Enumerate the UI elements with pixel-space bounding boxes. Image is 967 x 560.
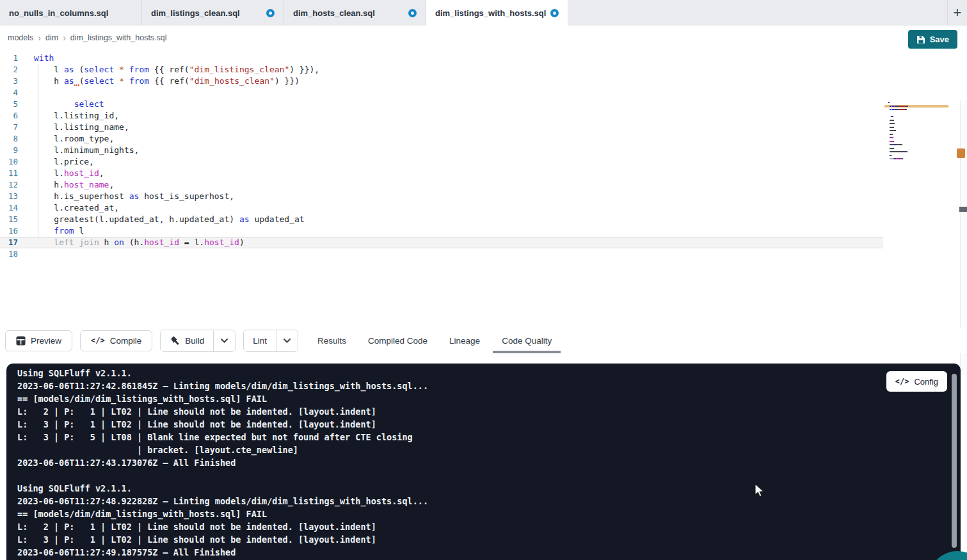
code-text: with [34, 52, 54, 64]
code-text: l.created_at, [34, 202, 119, 214]
code-line[interactable]: 18 [0, 248, 883, 260]
line-number: 8 [0, 133, 18, 145]
breadcrumb-item[interactable]: models [8, 33, 33, 42]
line-number: 13 [0, 191, 18, 202]
new-tab-button[interactable]: + [947, 0, 967, 26]
scrollbar-warning-marker [957, 148, 965, 158]
file-tab[interactable]: dim_hosts_clean.sql [284, 0, 426, 26]
code-line[interactable]: 5 select [0, 99, 883, 110]
terminal-line: L: 2 | P: 1 | LT02 | Line should not be … [17, 405, 935, 418]
preview-button[interactable]: Preview [5, 330, 72, 351]
preview-button-label: Preview [31, 336, 61, 346]
code-text: select [34, 99, 104, 110]
minimap-line [888, 123, 895, 124]
terminal-line: 2023-06-06T11:27:42.861845Z — Linting mo… [17, 380, 935, 392]
code-line[interactable]: 1with [0, 52, 883, 64]
ide-window: no_nulls_in_columns.sqldim_listings_clea… [0, 0, 967, 560]
file-tab-label: no_nulls_in_columns.sql [9, 8, 108, 18]
code-line[interactable]: 6 l.listing_id, [0, 110, 883, 122]
code-line[interactable]: 2 l as (select * from {{ ref("dim_listin… [0, 64, 883, 76]
file-tab[interactable]: no_nulls_in_columns.sql [0, 0, 142, 26]
code-line[interactable]: 14 l.created_at, [0, 202, 883, 214]
chevron-down-icon [221, 339, 228, 343]
code-line[interactable]: 8 l.room_type, [0, 133, 883, 145]
code-line[interactable]: 12 h.host_name, [0, 179, 883, 191]
code-line[interactable]: 13 h.is_superhost as host_is_superhost, [0, 191, 883, 202]
save-button[interactable]: Save [908, 30, 957, 49]
compile-button[interactable]: </> Compile [80, 330, 152, 351]
file-tab-label: dim_listings_clean.sql [151, 8, 240, 18]
minimap-line [888, 102, 890, 103]
panel-tab-results[interactable]: Results [316, 328, 348, 353]
editor-scrollbar-handle[interactable] [959, 207, 967, 212]
code-text: l.minimum_nights, [34, 145, 139, 156]
panel-tab-compiled-code[interactable]: Compiled Code [367, 328, 429, 353]
code-text: h.host_name, [34, 179, 114, 191]
code-line[interactable]: 15 greatest(l.updated_at, h.updated_at) … [0, 214, 883, 225]
minimap-line [888, 106, 908, 107]
panel-tab-bar: ResultsCompiled CodeLineageCode Quality [316, 328, 553, 353]
line-number: 18 [0, 248, 18, 260]
panel-tab-code-quality[interactable]: Code Quality [500, 328, 553, 353]
minimap[interactable] [888, 102, 938, 179]
unsaved-changes-icon[interactable] [408, 9, 417, 17]
chevron-right-icon: › [38, 33, 41, 43]
code-line[interactable]: 10 l.price, [0, 156, 883, 168]
code-line[interactable]: 11 l.host_id, [0, 168, 883, 179]
minimap-line [888, 148, 894, 149]
minimap-line [888, 137, 893, 138]
file-tab-label: dim_listings_with_hosts.sql [435, 8, 546, 18]
breadcrumb-row: models›dim›dim_listings_with_hosts.sql S… [0, 26, 967, 50]
unsaved-changes-icon[interactable] [266, 9, 275, 17]
minimap-line [888, 144, 902, 145]
config-button[interactable]: </> Config [886, 371, 947, 392]
file-tab-label: dim_hosts_clean.sql [293, 8, 375, 18]
code-text: l.host_id, [34, 168, 104, 179]
panel-tab-lineage[interactable]: Lineage [448, 328, 481, 353]
save-icon [916, 35, 925, 44]
file-tab[interactable]: dim_listings_clean.sql [142, 0, 284, 26]
lint-dropdown-button[interactable] [276, 330, 298, 351]
chevron-down-icon [284, 339, 291, 343]
save-button-label: Save [930, 35, 949, 44]
minimap-line [888, 151, 907, 152]
terminal-line: L: 3 | P: 1 | LT02 | Line should not be … [17, 418, 935, 431]
line-number: 14 [0, 202, 18, 214]
code-text: left join h on (h.host_id = l.host_id) [34, 237, 244, 248]
file-tab[interactable]: dim_listings_with_hosts.sql [426, 0, 568, 26]
terminal-line: L: 3 | P: 5 | LT08 | Blank line expected… [17, 431, 935, 444]
breadcrumb-item[interactable]: dim_listings_with_hosts.sql [70, 33, 167, 42]
terminal-scrollbar[interactable] [952, 374, 957, 548]
lint-button-group: Lint [243, 330, 298, 352]
build-dropdown-button[interactable] [213, 330, 235, 351]
file-tab-bar: no_nulls_in_columns.sqldim_listings_clea… [0, 0, 967, 26]
line-number: 10 [0, 156, 18, 168]
unsaved-changes-icon[interactable] [550, 9, 559, 17]
lint-button-label: Lint [253, 336, 267, 346]
line-number: 1 [0, 52, 18, 64]
code-line[interactable]: 17 left join h on (h.host_id = l.host_id… [0, 237, 883, 248]
code-line[interactable]: 3 h as (select * from {{ ref("dim_hosts_… [0, 76, 883, 87]
terminal-panel[interactable]: Using SQLFluff v2.1.1.2023-06-06T11:27:4… [6, 364, 961, 560]
code-text: l.listing_name, [34, 122, 129, 133]
breadcrumb-item[interactable]: dim [45, 33, 58, 42]
build-button[interactable]: Build [161, 330, 213, 351]
line-number: 9 [0, 145, 18, 156]
code-editor[interactable]: 1with2 l as (select * from {{ ref("dim_l… [0, 50, 967, 328]
code-text: from l [34, 225, 84, 237]
code-line[interactable]: 7 l.listing_name, [0, 122, 883, 133]
terminal-output: Using SQLFluff v2.1.1.2023-06-06T11:27:4… [17, 367, 935, 559]
terminal-line: 2023-06-06T11:27:49.187575Z — All Finish… [17, 546, 935, 559]
code-text: l.price, [34, 156, 94, 168]
line-number: 2 [0, 64, 18, 76]
line-number: 5 [0, 99, 18, 110]
line-number: 3 [0, 76, 18, 87]
editor-toolbar: Preview </> Compile Build [0, 328, 967, 353]
code-text: l as (select * from {{ ref("dim_listings… [34, 64, 319, 76]
action-buttons: Preview </> Compile Build [5, 330, 298, 352]
code-line[interactable]: 16 from l [0, 225, 883, 237]
code-line[interactable]: 9 l.minimum_nights, [0, 145, 883, 156]
line-number: 6 [0, 110, 18, 122]
code-line[interactable]: 4 [0, 87, 883, 99]
lint-button[interactable]: Lint [244, 330, 276, 351]
